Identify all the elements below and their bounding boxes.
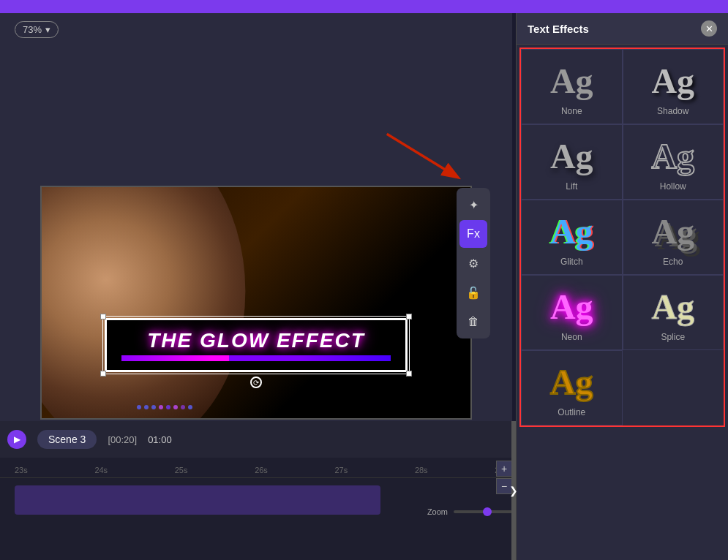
effect-item-shadow[interactable]: AgShadow [623, 49, 724, 124]
zoom-slider-thumb[interactable] [483, 507, 492, 516]
zoom-bar-row: Zoom [427, 507, 512, 516]
zoom-bar-label: Zoom [427, 507, 448, 516]
effects-panel: Text Effects ✕ AgNoneAgShadowAgLiftAgHol… [516, 13, 728, 560]
effect-label-splice: Splice [661, 332, 685, 342]
text-underline [121, 355, 391, 361]
arrow [377, 126, 479, 192]
text-selection-box: THE GLOW EFFECT ⟳ [102, 316, 410, 374]
effect-label-hollow: Hollow [660, 181, 686, 192]
ruler-mark-28s: 28s [415, 466, 495, 474]
effect-preview-none: Ag [550, 61, 593, 102]
zoom-slider-track[interactable] [454, 510, 512, 513]
zoom-button[interactable]: 73% ▾ [15, 21, 59, 38]
zoom-dropdown-icon: ▾ [45, 24, 50, 35]
effect-label-lift: Lift [566, 181, 577, 192]
ruler-mark-26s: 26s [255, 466, 334, 474]
panel-header: Text Effects ✕ [517, 13, 728, 45]
fx-button[interactable]: Fx [459, 220, 487, 248]
effect-item-lift[interactable]: AgLift [521, 124, 623, 200]
effect-item-none[interactable]: AgNone [521, 49, 623, 124]
dot-8 [188, 405, 192, 409]
lock-button[interactable]: 🔓 [459, 279, 487, 306]
zoom-value: 73% [23, 24, 42, 35]
dot-1 [137, 405, 141, 409]
svg-line-1 [387, 134, 457, 177]
effect-label-echo: Echo [663, 257, 683, 267]
glow-text[interactable]: THE GLOW EFFECT [121, 329, 391, 352]
dot-6 [173, 405, 178, 409]
track-bar [15, 485, 380, 515]
effect-label-outline: Outline [558, 407, 585, 417]
play-icon: ▶ [14, 434, 20, 444]
effect-label-neon: Neon [561, 332, 582, 342]
dot-3 [151, 405, 156, 409]
play-button[interactable]: ▶ [7, 430, 26, 449]
ruler-mark-23s: 23s [15, 466, 94, 474]
time-start: [00:20] [108, 434, 137, 445]
text-display: THE GLOW EFFECT [105, 318, 408, 372]
rotate-handle[interactable]: ⟳ [250, 377, 262, 388]
ruler-mark-27s: 27s [335, 466, 415, 474]
settings-button[interactable]: ⚙ [459, 249, 487, 277]
effect-item-splice[interactable]: AgSplice [623, 275, 724, 350]
scene-label[interactable]: Scene 3 [37, 430, 97, 449]
panel-title: Text Effects [528, 23, 589, 35]
effect-preview-splice: Ag [651, 287, 694, 328]
toolbar-row: 73% ▾ [0, 13, 512, 45]
time-duration: 01:00 [148, 434, 172, 445]
effect-preview-hollow: Ag [651, 136, 694, 177]
face-silhouette [42, 187, 256, 418]
effect-preview-lift: Ag [550, 136, 593, 177]
effect-preview-echo: Ag [651, 211, 694, 252]
canvas-image: THE GLOW EFFECT ⟳ [42, 187, 470, 418]
effect-preview-glitch: Ag [550, 211, 593, 252]
scroll-right[interactable]: ❯ [511, 421, 516, 560]
handle-tr[interactable] [406, 314, 412, 319]
effect-preview-shadow: Ag [651, 61, 694, 102]
effect-item-glitch[interactable]: AgGlitch [521, 200, 623, 275]
effect-label-glitch: Glitch [560, 257, 583, 267]
dot-5 [166, 405, 170, 409]
effect-item-echo[interactable]: AgEcho [623, 200, 724, 275]
handle-br[interactable] [406, 371, 412, 377]
canvas-frame: THE GLOW EFFECT ⟳ [40, 186, 472, 420]
delete-button[interactable]: 🗑 [459, 308, 487, 336]
close-icon: ✕ [705, 23, 713, 34]
effect-label-none: None [561, 106, 582, 116]
dots-row [137, 405, 192, 409]
top-bar [0, 0, 728, 13]
handle-tl[interactable] [100, 314, 106, 319]
dot-2 [144, 405, 149, 409]
effect-preview-outline: Ag [550, 362, 593, 403]
effect-preview-neon: Ag [550, 287, 593, 328]
ruler-mark-25s: 25s [175, 466, 255, 474]
text-element-container[interactable]: THE GLOW EFFECT ⟳ [102, 316, 410, 374]
effect-label-shadow: Shadow [657, 106, 688, 116]
effect-item-neon[interactable]: AgNeon [521, 275, 623, 350]
handle-bl[interactable] [100, 371, 106, 377]
float-toolbar: ✦ Fx ⚙ 🔓 🗑 [457, 188, 490, 338]
effect-item-outline[interactable]: AgOutline [521, 350, 623, 425]
ruler-mark-24s: 24s [94, 466, 174, 474]
effect-item-hollow[interactable]: AgHollow [623, 124, 724, 200]
dot-4 [159, 405, 163, 409]
close-button[interactable]: ✕ [701, 20, 717, 37]
zoom-in-button[interactable]: + [496, 461, 512, 477]
dot-7 [181, 405, 185, 409]
effects-grid: AgNoneAgShadowAgLiftAgHollowAgGlitchAgEc… [519, 48, 725, 427]
fx-label: Fx [467, 227, 480, 241]
sparkle-button[interactable]: ✦ [459, 191, 487, 219]
